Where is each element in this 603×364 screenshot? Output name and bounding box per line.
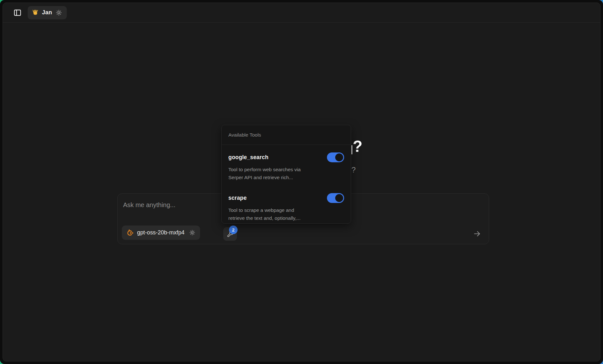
tool-description: Tool to perform web searches via Serper … [228, 165, 310, 181]
send-button[interactable] [471, 228, 483, 239]
tool-toggle-google-search[interactable] [327, 152, 344, 162]
panel-left-icon [13, 9, 22, 17]
arrow-right-icon [473, 230, 481, 238]
llamacpp-model-icon [126, 229, 134, 236]
model-name-label: gpt-oss-20b-mxfp4 [137, 229, 184, 236]
available-tools-popover: Available Tools google_search Tool to pe… [221, 125, 351, 224]
jan-app-window: Jan ? ? [3, 3, 600, 361]
tool-row-scrape: scrape Tool to scrape a webpage and retr… [222, 185, 351, 222]
app-title: Jan [42, 9, 52, 16]
tools-count-badge[interactable]: 2 [229, 226, 238, 234]
tool-description: Tool to scrape a webpage and retrieve th… [228, 206, 310, 222]
gear-icon [55, 9, 62, 16]
tool-name: google_search [228, 154, 268, 161]
model-settings-button[interactable] [189, 229, 196, 236]
wave-icon [32, 9, 39, 16]
tool-name: scrape [228, 195, 247, 201]
app-settings-button[interactable] [55, 9, 62, 16]
toggle-knob [335, 194, 343, 202]
desktop-background: Jan ? ? [0, 0, 603, 364]
popover-title: Available Tools [222, 125, 351, 145]
sidebar-toggle-button[interactable] [13, 8, 22, 17]
gear-icon [189, 229, 196, 236]
model-selector-button[interactable]: gpt-oss-20b-mxfp4 [122, 226, 200, 240]
hero-heading-letter-sliver [351, 145, 352, 154]
topbar: Jan [3, 3, 600, 23]
hero-heading-fragment: ? [353, 138, 363, 155]
tool-toggle-scrape[interactable] [327, 193, 344, 203]
hero-subheading-fragment: ? [351, 165, 356, 174]
tool-row-google-search: google_search Tool to perform web search… [222, 145, 351, 181]
app-home-pill[interactable]: Jan [28, 6, 67, 19]
toggle-knob [335, 153, 343, 161]
